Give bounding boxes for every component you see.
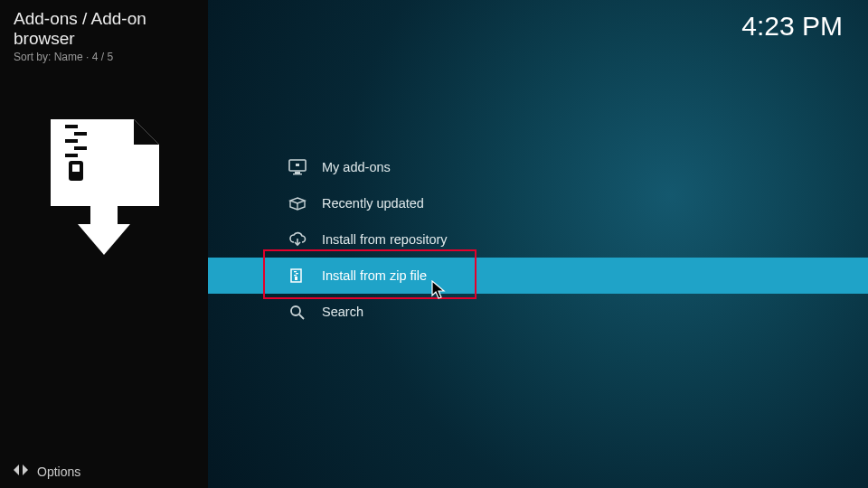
svg-rect-3 [74, 146, 87, 150]
open-box-icon [286, 195, 309, 211]
svg-marker-10 [14, 465, 19, 475]
sort-prefix: Sort by: [14, 51, 51, 63]
breadcrumb: Add-ons / Add-on browser [0, 0, 208, 51]
menu-item-monitor[interactable]: My add-ons [208, 149, 868, 185]
sort-info: Sort by: Name · 4 / 5 [0, 51, 208, 63]
menu-item-open-box[interactable]: Recently updated [208, 185, 868, 221]
svg-rect-0 [65, 125, 78, 128]
svg-rect-9 [90, 177, 118, 206]
svg-rect-2 [65, 139, 78, 143]
svg-rect-6 [72, 164, 80, 172]
svg-marker-11 [23, 465, 28, 475]
svg-rect-23 [295, 277, 297, 280]
menu-item-label: Install from zip file [322, 268, 427, 283]
svg-rect-22 [294, 275, 297, 276]
svg-rect-20 [294, 271, 297, 272]
svg-line-25 [299, 314, 304, 319]
clock: 4:23 PM [741, 11, 843, 42]
menu-item-cloud-down[interactable]: Install from repository [208, 221, 868, 258]
svg-rect-13 [295, 172, 300, 174]
menu-item-label: Search [322, 305, 363, 319]
menu-item-zip-file[interactable]: Install from zip file [208, 258, 868, 294]
menu-item-label: My add-ons [322, 160, 391, 174]
svg-rect-15 [296, 164, 299, 166]
list-position: 4 / 5 [92, 51, 113, 63]
options-button[interactable]: Options [0, 455, 208, 488]
addon-menu: My add-onsRecently updatedInstall from r… [208, 149, 868, 330]
svg-rect-14 [293, 174, 302, 174]
svg-rect-4 [65, 154, 78, 157]
sidebar: Add-ons / Add-on browser Sort by: Name ·… [0, 0, 208, 488]
zip-download-icon [45, 117, 163, 262]
svg-rect-21 [296, 273, 298, 274]
menu-item-label: Install from repository [322, 232, 448, 247]
cloud-down-icon [286, 231, 309, 248]
search-icon [286, 304, 309, 320]
svg-point-24 [291, 306, 300, 315]
options-icon [14, 464, 28, 479]
sidebar-graphic [0, 117, 208, 262]
svg-marker-16 [290, 198, 305, 203]
svg-marker-8 [78, 224, 130, 255]
svg-rect-1 [74, 132, 87, 136]
options-label: Options [37, 465, 80, 479]
menu-item-label: Recently updated [322, 196, 424, 211]
menu-item-search[interactable]: Search [208, 294, 868, 330]
monitor-icon [286, 159, 309, 175]
main-panel: 4:23 PM My add-onsRecently updatedInstal… [208, 0, 868, 488]
zip-file-icon [286, 267, 309, 284]
sort-value: Name [54, 51, 83, 63]
